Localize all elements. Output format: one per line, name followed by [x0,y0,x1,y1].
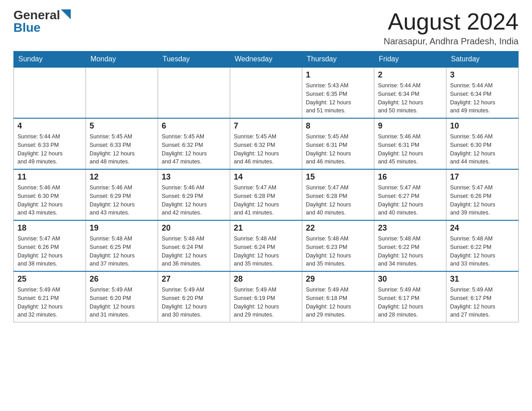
logo-general-text: General [13,9,60,21]
calendar-cell: 7Sunrise: 5:45 AMSunset: 6:32 PMDaylight… [230,118,302,169]
day-info: Sunrise: 5:48 AMSunset: 6:24 PMDaylight:… [234,235,298,268]
calendar-cell: 25Sunrise: 5:49 AMSunset: 6:21 PMDayligh… [14,271,86,322]
day-number: 25 [17,274,82,284]
calendar-cell [14,67,86,118]
day-info: Sunrise: 5:44 AMSunset: 6:33 PMDaylight:… [17,133,82,166]
logo-blue-text: Blue [13,21,41,34]
title-block: August 2024 Narasapur, Andhra Pradesh, I… [384,9,519,47]
day-info: Sunrise: 5:44 AMSunset: 6:34 PMDaylight:… [378,81,442,115]
day-info: Sunrise: 5:49 AMSunset: 6:18 PMDaylight:… [306,286,370,319]
week-row-5: 25Sunrise: 5:49 AMSunset: 6:21 PMDayligh… [14,271,519,322]
day-number: 1 [306,70,370,80]
calendar-header-row: SundayMondayTuesdayWednesdayThursdayFrid… [14,51,519,68]
calendar-cell: 2Sunrise: 5:44 AMSunset: 6:34 PMDaylight… [374,67,446,118]
day-info: Sunrise: 5:45 AMSunset: 6:31 PMDaylight:… [306,133,370,166]
svg-marker-0 [61,9,71,19]
calendar-cell: 29Sunrise: 5:49 AMSunset: 6:18 PMDayligh… [302,271,374,322]
calendar-cell: 18Sunrise: 5:47 AMSunset: 6:26 PMDayligh… [14,220,86,271]
week-row-3: 11Sunrise: 5:46 AMSunset: 6:30 PMDayligh… [14,169,519,220]
calendar-cell: 28Sunrise: 5:49 AMSunset: 6:19 PMDayligh… [230,271,302,322]
day-info: Sunrise: 5:49 AMSunset: 6:20 PMDaylight:… [162,286,226,319]
calendar-cell: 1Sunrise: 5:43 AMSunset: 6:35 PMDaylight… [302,67,374,118]
day-number: 16 [378,172,442,182]
day-info: Sunrise: 5:45 AMSunset: 6:32 PMDaylight:… [162,133,226,166]
day-info: Sunrise: 5:47 AMSunset: 6:26 PMDaylight:… [17,235,82,268]
day-number: 19 [90,223,154,233]
calendar-cell: 24Sunrise: 5:48 AMSunset: 6:22 PMDayligh… [446,220,519,271]
calendar-cell: 26Sunrise: 5:49 AMSunset: 6:20 PMDayligh… [86,271,158,322]
day-number: 11 [17,172,82,182]
column-header-friday: Friday [374,51,446,68]
calendar-cell: 10Sunrise: 5:46 AMSunset: 6:30 PMDayligh… [446,118,519,169]
day-info: Sunrise: 5:49 AMSunset: 6:20 PMDaylight:… [90,286,154,319]
calendar-cell: 15Sunrise: 5:47 AMSunset: 6:28 PMDayligh… [302,169,374,220]
day-number: 26 [90,274,154,284]
day-info: Sunrise: 5:48 AMSunset: 6:22 PMDaylight:… [378,235,442,268]
day-info: Sunrise: 5:46 AMSunset: 6:30 PMDaylight:… [450,133,515,166]
calendar-cell: 3Sunrise: 5:44 AMSunset: 6:34 PMDaylight… [446,67,519,118]
day-info: Sunrise: 5:48 AMSunset: 6:23 PMDaylight:… [306,235,370,268]
day-number: 8 [306,121,370,131]
day-number: 13 [162,172,226,182]
calendar-cell: 27Sunrise: 5:49 AMSunset: 6:20 PMDayligh… [158,271,230,322]
logo-triangle-icon [61,9,71,19]
calendar-cell: 4Sunrise: 5:44 AMSunset: 6:33 PMDaylight… [14,118,86,169]
week-row-2: 4Sunrise: 5:44 AMSunset: 6:33 PMDaylight… [14,118,519,169]
day-number: 17 [450,172,515,182]
day-info: Sunrise: 5:49 AMSunset: 6:19 PMDaylight:… [234,286,298,319]
calendar-cell: 14Sunrise: 5:47 AMSunset: 6:28 PMDayligh… [230,169,302,220]
day-info: Sunrise: 5:48 AMSunset: 6:24 PMDaylight:… [162,235,226,268]
day-number: 10 [450,121,515,131]
day-number: 7 [234,121,298,131]
day-number: 21 [234,223,298,233]
day-number: 24 [450,223,515,233]
calendar-cell: 22Sunrise: 5:48 AMSunset: 6:23 PMDayligh… [302,220,374,271]
day-info: Sunrise: 5:46 AMSunset: 6:30 PMDaylight:… [17,184,82,217]
day-number: 22 [306,223,370,233]
calendar-cell: 11Sunrise: 5:46 AMSunset: 6:30 PMDayligh… [14,169,86,220]
day-number: 30 [378,274,442,284]
logo: General Blue [13,9,71,34]
day-info: Sunrise: 5:48 AMSunset: 6:22 PMDaylight:… [450,235,515,268]
day-info: Sunrise: 5:49 AMSunset: 6:17 PMDaylight:… [450,286,515,319]
calendar-cell [230,67,302,118]
day-number: 18 [17,223,82,233]
day-info: Sunrise: 5:46 AMSunset: 6:31 PMDaylight:… [378,133,442,166]
column-header-thursday: Thursday [302,51,374,68]
day-number: 15 [306,172,370,182]
calendar-cell: 30Sunrise: 5:49 AMSunset: 6:17 PMDayligh… [374,271,446,322]
column-header-sunday: Sunday [14,51,86,68]
day-info: Sunrise: 5:49 AMSunset: 6:21 PMDaylight:… [17,286,82,319]
calendar-cell: 31Sunrise: 5:49 AMSunset: 6:17 PMDayligh… [446,271,519,322]
day-number: 3 [450,70,515,80]
calendar-cell: 17Sunrise: 5:47 AMSunset: 6:26 PMDayligh… [446,169,519,220]
calendar-cell: 20Sunrise: 5:48 AMSunset: 6:24 PMDayligh… [158,220,230,271]
location-text: Narasapur, Andhra Pradesh, India [384,36,519,47]
calendar-cell: 12Sunrise: 5:46 AMSunset: 6:29 PMDayligh… [86,169,158,220]
page-header: General Blue August 2024 Narasapur, Andh… [13,9,519,47]
day-number: 29 [306,274,370,284]
day-info: Sunrise: 5:49 AMSunset: 6:17 PMDaylight:… [378,286,442,319]
week-row-1: 1Sunrise: 5:43 AMSunset: 6:35 PMDaylight… [14,67,519,118]
day-number: 31 [450,274,515,284]
calendar-cell: 9Sunrise: 5:46 AMSunset: 6:31 PMDaylight… [374,118,446,169]
month-title: August 2024 [384,9,519,34]
day-info: Sunrise: 5:46 AMSunset: 6:29 PMDaylight:… [90,184,154,217]
day-number: 2 [378,70,442,80]
day-info: Sunrise: 5:47 AMSunset: 6:26 PMDaylight:… [450,184,515,217]
column-header-saturday: Saturday [446,51,519,68]
calendar-cell: 8Sunrise: 5:45 AMSunset: 6:31 PMDaylight… [302,118,374,169]
day-number: 12 [90,172,154,182]
week-row-4: 18Sunrise: 5:47 AMSunset: 6:26 PMDayligh… [14,220,519,271]
day-info: Sunrise: 5:47 AMSunset: 6:27 PMDaylight:… [378,184,442,217]
day-number: 14 [234,172,298,182]
calendar-cell: 6Sunrise: 5:45 AMSunset: 6:32 PMDaylight… [158,118,230,169]
calendar-cell [158,67,230,118]
day-info: Sunrise: 5:46 AMSunset: 6:29 PMDaylight:… [162,184,226,217]
column-header-monday: Monday [86,51,158,68]
calendar-cell: 19Sunrise: 5:48 AMSunset: 6:25 PMDayligh… [86,220,158,271]
day-number: 27 [162,274,226,284]
calendar-cell: 5Sunrise: 5:45 AMSunset: 6:33 PMDaylight… [86,118,158,169]
day-info: Sunrise: 5:47 AMSunset: 6:28 PMDaylight:… [306,184,370,217]
day-number: 9 [378,121,442,131]
